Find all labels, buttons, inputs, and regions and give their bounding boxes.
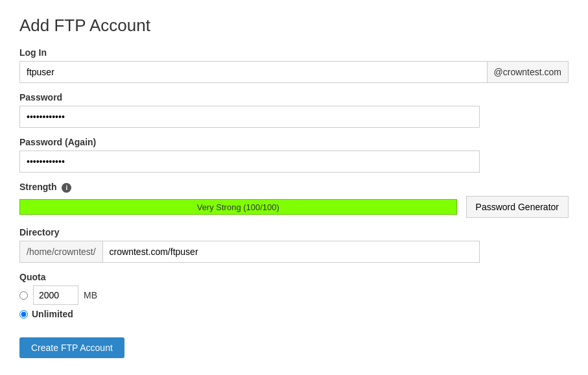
directory-label: Directory <box>19 227 569 237</box>
create-ftp-account-button[interactable]: Create FTP Account <box>19 337 124 358</box>
password-again-label: Password (Again) <box>19 137 569 147</box>
strength-info-icon[interactable]: i <box>62 183 71 193</box>
quota-input-row: MB <box>19 285 569 305</box>
quota-limited-radio[interactable] <box>19 291 28 300</box>
password-generator-button[interactable]: Password Generator <box>466 196 569 218</box>
login-row: @crowntest.com <box>19 61 569 83</box>
login-group: Log In @crowntest.com <box>19 47 569 83</box>
quota-label: Quota <box>19 272 569 282</box>
strength-label: Strength i <box>19 182 569 193</box>
password-label: Password <box>19 92 569 103</box>
strength-bar-container: Very Strong (100/100) <box>19 199 457 215</box>
quota-unit: MB <box>84 290 97 300</box>
directory-row: /home/crowntest/ <box>19 241 480 263</box>
strength-group: Strength i Very Strong (100/100) Passwor… <box>19 182 569 218</box>
directory-prefix: /home/crowntest/ <box>19 241 102 263</box>
login-label: Log In <box>19 47 569 58</box>
directory-input[interactable] <box>102 241 480 263</box>
strength-bar: Very Strong (100/100) <box>19 199 457 215</box>
directory-group: Directory /home/crowntest/ <box>19 227 569 263</box>
password-again-group: Password (Again) <box>19 137 569 173</box>
strength-bar-text: Very Strong (100/100) <box>197 202 279 212</box>
password-input[interactable] <box>19 106 480 128</box>
login-username-input[interactable] <box>19 61 487 83</box>
page-title: Add FTP Account <box>19 16 569 36</box>
quota-unlimited-radio[interactable] <box>19 310 28 319</box>
unlimited-label: Unlimited <box>32 309 73 319</box>
quota-section: Quota MB Unlimited <box>19 272 569 319</box>
unlimited-row: Unlimited <box>19 309 569 319</box>
page-container: Add FTP Account Log In @crowntest.com Pa… <box>0 0 588 375</box>
quota-amount-input[interactable] <box>33 285 78 305</box>
password-again-input[interactable] <box>19 151 480 173</box>
password-group: Password <box>19 92 569 128</box>
strength-row: Very Strong (100/100) Password Generator <box>19 196 569 218</box>
domain-suffix: @crowntest.com <box>487 61 569 83</box>
